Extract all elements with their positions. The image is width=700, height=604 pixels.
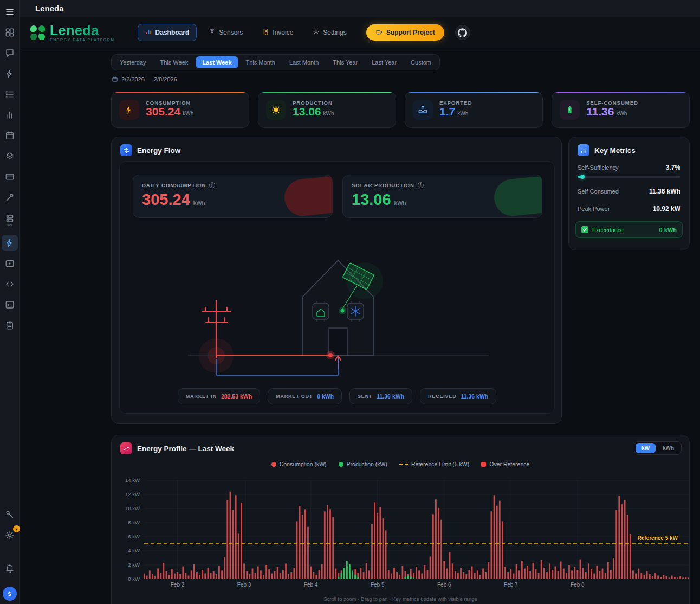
range-custom[interactable]: Custom <box>404 56 438 68</box>
settings-tab-icon <box>313 28 320 37</box>
github-icon <box>458 28 467 37</box>
notifications-bell-icon[interactable] <box>2 561 18 577</box>
solar-production-card: SOLAR PRODUCTIONi 13.06kWh <box>342 175 542 218</box>
market-in-badge: MARKET IN 282.53 kWh <box>178 388 260 404</box>
y-tick: 4 kW <box>115 548 140 554</box>
x-tick: Feb 4 <box>300 582 322 588</box>
nav-bar: Leneda Energy Data Platform Dashboard Se… <box>20 17 700 48</box>
unit-toggle: kW kWh <box>634 441 682 455</box>
wrench-icon[interactable] <box>2 189 18 205</box>
exceedance-row: Exceedance 0 kWh <box>575 221 683 238</box>
range-this-year[interactable]: This Year <box>326 56 364 68</box>
tab-dashboard[interactable]: Dashboard <box>138 24 197 41</box>
server-label: nacs <box>7 224 13 227</box>
energy-flow-diagram <box>120 227 555 389</box>
layers-icon[interactable] <box>2 148 18 164</box>
notification-badge: 7 <box>13 525 20 532</box>
top-header: Leneda <box>20 0 700 17</box>
range-this-month[interactable]: This Month <box>239 56 282 68</box>
received-badge: RECEIVED 11.36 kWh <box>420 388 496 404</box>
flow-badges-row: MARKET IN 282.53 kWh MARKET OUT 0 kWh SE… <box>120 388 554 404</box>
card-icon[interactable] <box>2 169 18 185</box>
range-last-week[interactable]: Last Week <box>196 56 238 68</box>
user-avatar[interactable]: s <box>3 587 17 601</box>
brand-tagline: Energy Data Platform <box>50 38 115 42</box>
energy-flow-panel: DAILY CONSUMPTIONi 305.24kWh SOLAR PRODU… <box>119 161 555 414</box>
dashboard-grid-icon[interactable] <box>2 24 18 41</box>
coffee-cup-icon <box>375 28 383 37</box>
check-icon <box>581 226 588 233</box>
home-node <box>313 301 329 322</box>
chart-hint-text: Scroll to zoom · Drag to pan · Key metri… <box>112 596 689 602</box>
hvac-node <box>347 301 364 322</box>
red-dot-icon <box>271 462 276 467</box>
server-icon[interactable]: nacs <box>2 210 18 230</box>
chat-icon[interactable] <box>2 45 18 61</box>
consumption-stat-card: CONSUMPTION 305.24kWh <box>111 92 249 128</box>
main-tabs: Dashboard Sensors Invoice Settings Suppo… <box>138 24 470 41</box>
tools-icon[interactable] <box>2 506 18 523</box>
dashboard-content: Yesterday This Week Last Week This Month… <box>20 48 700 604</box>
y-tick: 2 kW <box>115 562 140 568</box>
sidebar-item-leneda[interactable] <box>2 235 18 251</box>
range-last-month[interactable]: Last Month <box>283 56 325 68</box>
energy-profile-title: Energy Profile — Last Week <box>137 445 234 453</box>
energy-flow-icon <box>120 144 132 156</box>
info-icon[interactable]: i <box>418 182 424 188</box>
energy-profile-icon <box>120 442 132 454</box>
daily-consumption-card: DAILY CONSUMPTIONi 305.24kWh <box>133 175 333 218</box>
bar-chart-icon[interactable] <box>2 107 18 123</box>
x-tick: Feb 2 <box>167 582 189 588</box>
tab-settings[interactable]: Settings <box>305 24 354 41</box>
red-square-icon <box>481 462 486 467</box>
key-metrics-icon <box>578 144 589 156</box>
dashed-line-icon <box>399 464 408 465</box>
energy-profile-chart[interactable] <box>144 480 689 579</box>
range-last-year[interactable]: Last Year <box>365 56 403 68</box>
chart-legend: Consumption (kW) Production (kW) Referen… <box>112 461 689 467</box>
sun-icon <box>266 100 286 120</box>
range-yesterday[interactable]: Yesterday <box>113 56 153 68</box>
app-sidebar: nacs 7 s <box>0 0 20 604</box>
calendar-small-icon <box>112 76 118 82</box>
market-out-badge: MARKET OUT 0 kWh <box>268 388 342 404</box>
unit-kw-button[interactable]: kW <box>636 443 656 453</box>
info-icon[interactable]: i <box>209 182 215 188</box>
y-tick: 14 kW <box>115 477 140 483</box>
settings-gear-icon[interactable]: 7 <box>2 527 18 543</box>
x-tick: Feb 6 <box>433 582 455 588</box>
brand-name: Leneda <box>50 24 115 37</box>
date-range: 2/2/2026 — 2/8/2026 <box>112 76 177 82</box>
bolt-icon <box>119 100 139 120</box>
clipboard-icon[interactable] <box>2 317 18 333</box>
leneda-logo-icon <box>30 25 45 40</box>
github-button[interactable] <box>455 25 470 40</box>
energy-bolt-icon[interactable] <box>2 66 18 82</box>
progress-dot <box>580 175 585 179</box>
range-this-week[interactable]: This Week <box>154 56 195 68</box>
list-icon[interactable] <box>2 86 18 102</box>
stat-cards-row: CONSUMPTION 305.24kWh PRODUCTION 13.06kW… <box>111 92 690 128</box>
y-tick: 8 kW <box>115 519 140 525</box>
sensors-tab-icon <box>209 28 216 37</box>
media-play-icon[interactable] <box>2 255 18 272</box>
time-range-selector: Yesterday This Week Last Week This Month… <box>111 54 440 70</box>
self-consumed-stat-card: SELF-CONSUMED 11.36kWh <box>552 92 690 128</box>
tab-invoice[interactable]: Invoice <box>255 24 301 41</box>
battery-icon <box>560 100 580 120</box>
energy-flow-title: Energy Flow <box>137 146 180 155</box>
y-tick: 6 kW <box>115 534 140 539</box>
x-tick: Feb 8 <box>567 582 588 588</box>
menu-icon[interactable] <box>2 4 18 20</box>
tab-sensors[interactable]: Sensors <box>201 24 250 41</box>
legend-reference: Reference Limit (5 kW) <box>399 461 469 467</box>
terminal-icon[interactable] <box>2 297 18 313</box>
legend-consumption: Consumption (kW) <box>271 461 327 467</box>
key-metrics-title: Key Metrics <box>594 146 636 155</box>
legend-production: Production (kW) <box>339 461 387 467</box>
unit-kwh-button[interactable]: kWh <box>657 443 680 453</box>
code-icon[interactable] <box>2 276 18 292</box>
support-project-button[interactable]: Support Project <box>366 24 444 41</box>
y-tick: 12 kW <box>115 491 140 497</box>
calendar-icon[interactable] <box>2 127 18 144</box>
